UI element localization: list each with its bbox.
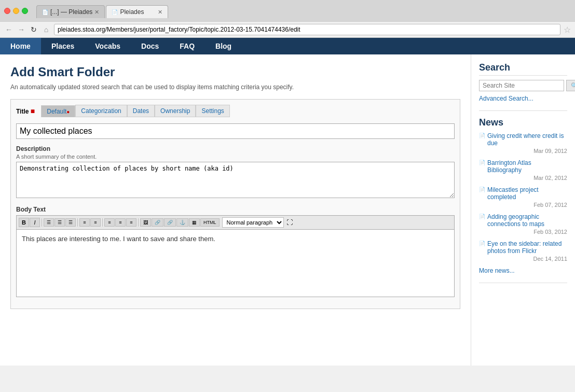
search-icon: 🔍 — [571, 82, 575, 89]
style-select[interactable]: Normal paragraph — [222, 217, 284, 228]
toolbar-separator-2 — [77, 218, 78, 227]
news-date-5: Dec 14, 2011 — [479, 256, 567, 262]
search-title: Search — [479, 62, 567, 76]
news-title: News — [479, 117, 567, 128]
news-icon-3: 📄 — [479, 187, 485, 192]
refresh-button[interactable]: ↻ — [29, 25, 38, 34]
news-link-4[interactable]: 📄 Adding geographic connections to maps — [479, 213, 567, 228]
description-field-group: Description A short summary of the conte… — [16, 145, 455, 200]
nav-places[interactable]: Places — [41, 38, 85, 54]
align-center-button[interactable]: ☰ — [54, 218, 65, 227]
forward-button[interactable]: → — [17, 25, 26, 34]
editor-body[interactable]: This places are interesting to me. I wan… — [16, 230, 455, 297]
insert-link-button[interactable]: 🔗 — [152, 218, 163, 227]
minimize-button[interactable] — [13, 8, 19, 14]
maximize-button[interactable] — [22, 8, 28, 14]
italic-button[interactable]: I — [30, 218, 40, 227]
browser-chrome: 📄 [...] — Pleiades ✕ 📄 Pleiades ✕ ← → ↻ … — [0, 0, 575, 38]
bold-button[interactable]: B — [19, 218, 29, 227]
close-button[interactable] — [4, 8, 10, 14]
nav-docs[interactable]: Docs — [131, 38, 169, 54]
toolbar-separator-4 — [138, 218, 139, 227]
page-container: Add Smart Folder An automatically update… — [0, 54, 575, 366]
search-section: Search 🔍 Search Advanced Search... — [479, 62, 567, 102]
expand-button[interactable]: ⛶ — [286, 219, 293, 226]
bodytext-label: Body Text — [16, 206, 455, 213]
news-item-3: 📄 Milecastles project completed Feb 07, … — [479, 186, 567, 208]
news-item-2: 📄 Barrington Atlas Bibliography Mar 02, … — [479, 159, 567, 181]
addressbar: ← → ↻ ⌂ ☆ — [0, 21, 575, 37]
back-button[interactable]: ← — [4, 25, 13, 34]
news-section: News 📄 Giving credit where credit is due… — [479, 117, 567, 274]
nav-faq[interactable]: FAQ — [169, 38, 205, 54]
tab-settings[interactable]: Settings — [196, 105, 229, 117]
description-textarea[interactable]: Demonstrating collection of places by sh… — [16, 162, 455, 198]
home-button[interactable]: ⌂ — [42, 25, 51, 34]
sidebar-divider — [479, 110, 567, 111]
main-content: Add Smart Folder An automatically update… — [0, 54, 471, 366]
bodytext-field-group: Body Text B I ☰ ☰ ☰ ≡ ≡ ≡ ≡ ≡ 🖼 — [16, 206, 455, 297]
browser-tab-1[interactable]: 📄 [...] — Pleiades ✕ — [36, 5, 105, 18]
search-button[interactable]: 🔍 Search — [566, 80, 575, 91]
title-input[interactable] — [16, 123, 455, 139]
remove-link-button[interactable]: 🔗 — [164, 218, 176, 227]
tab-ownership[interactable]: Ownership — [155, 105, 196, 117]
unordered-list-button[interactable]: ≡ — [90, 218, 101, 227]
news-icon-4: 📄 — [479, 214, 485, 219]
browser-tabs: 📄 [...] — Pleiades ✕ 📄 Pleiades ✕ — [32, 5, 571, 18]
news-link-5[interactable]: 📄 Eye on the sidebar: related photos fro… — [479, 240, 567, 255]
nav-home[interactable]: Home — [0, 38, 41, 54]
page-subtitle: An automatically updated stored search t… — [10, 83, 460, 91]
title-label: Title ■ — [16, 107, 35, 115]
advanced-search-link[interactable]: Advanced Search... — [479, 95, 533, 102]
search-input[interactable] — [479, 80, 564, 91]
ordered-list-button[interactable]: ≡ — [79, 218, 90, 227]
news-link-2[interactable]: 📄 Barrington Atlas Bibliography — [479, 159, 567, 174]
insert-anchor-button[interactable]: ⚓ — [176, 218, 188, 227]
traffic-lights — [4, 8, 28, 14]
news-icon-2: 📄 — [479, 160, 485, 165]
indent-right-button[interactable]: ≡ — [126, 218, 136, 227]
insert-image-button[interactable]: 🖼 — [140, 218, 151, 227]
description-label: Description — [16, 145, 455, 152]
more-news-link[interactable]: More news... — [479, 267, 567, 274]
form-container: Title ■ Default● Categorization Dates Ow… — [10, 99, 460, 309]
browser-titlebar: 📄 [...] — Pleiades ✕ 📄 Pleiades ✕ — [0, 0, 575, 21]
required-indicator: ■ — [31, 107, 35, 115]
tab-default[interactable]: Default● — [41, 105, 75, 117]
news-date-4: Feb 03, 2012 — [479, 229, 567, 235]
nav-vocabs[interactable]: Vocabs — [85, 38, 131, 54]
bodytext-content: This places are interesting to me. I wan… — [22, 235, 449, 243]
news-link-3[interactable]: 📄 Milecastles project completed — [479, 186, 567, 201]
news-icon-1: 📄 — [479, 133, 485, 138]
indent-left-button[interactable]: ≡ — [115, 218, 126, 227]
news-link-1[interactable]: 📄 Giving credit where credit is due — [479, 132, 567, 147]
browser-tab-2[interactable]: 📄 Pleiades ✕ — [106, 5, 168, 18]
sidebar-divider-2 — [479, 283, 567, 283]
search-row: 🔍 Search — [479, 80, 567, 91]
sidebar: Search 🔍 Search Advanced Search... News … — [471, 54, 575, 366]
news-item-5: 📄 Eye on the sidebar: related photos fro… — [479, 240, 567, 262]
outdent-button[interactable]: ≡ — [104, 218, 115, 227]
tab-categorization[interactable]: Categorization — [75, 105, 127, 117]
insert-table-button[interactable]: ▦ — [189, 218, 200, 227]
tab-icon-2: 📄 — [112, 9, 118, 15]
tab-close-2[interactable]: ✕ — [158, 9, 162, 16]
form-tabs: Title ■ Default● Categorization Dates Ow… — [16, 105, 455, 117]
news-date-2: Mar 02, 2012 — [479, 175, 567, 181]
align-left-button[interactable]: ☰ — [44, 218, 54, 227]
title-field-group — [16, 123, 455, 139]
bookmark-icon[interactable]: ☆ — [564, 25, 571, 35]
tab-icon-1: 📄 — [42, 9, 48, 15]
nav-blog[interactable]: Blog — [205, 38, 242, 54]
news-item-1: 📄 Giving credit where credit is due Mar … — [479, 132, 567, 154]
url-bar[interactable] — [54, 24, 560, 35]
align-right-button[interactable]: ☰ — [65, 218, 76, 227]
page-title: Add Smart Folder — [10, 65, 460, 79]
toolbar-separator-3 — [102, 218, 103, 227]
tab-close-1[interactable]: ✕ — [94, 9, 99, 16]
description-hint: A short summary of the content. — [16, 153, 455, 160]
html-button[interactable]: HTML — [200, 218, 220, 227]
tab-dates[interactable]: Dates — [127, 105, 155, 117]
editor-toolbar: B I ☰ ☰ ☰ ≡ ≡ ≡ ≡ ≡ 🖼 🔗 🔗 — [16, 215, 455, 230]
